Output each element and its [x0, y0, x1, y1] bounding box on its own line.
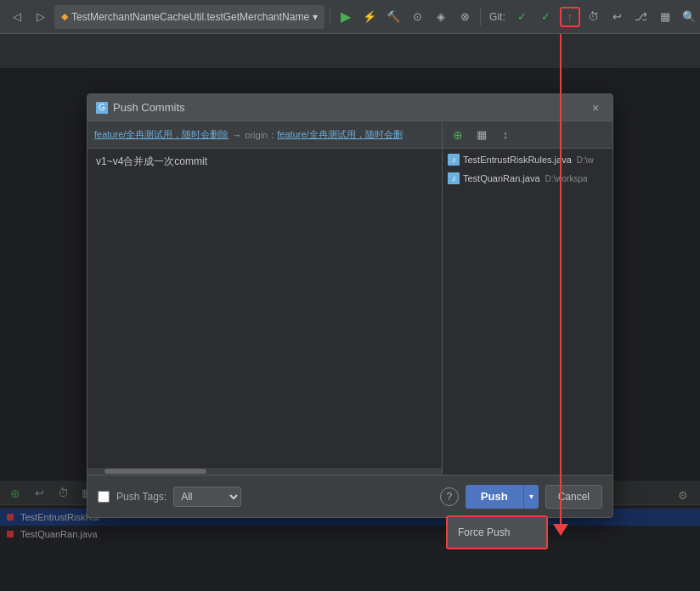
modal-overlay: G Push Commits × feature/全冉测试用，随时会删除 → o… — [0, 68, 700, 591]
force-push-button[interactable]: Force Push — [448, 521, 546, 544]
colon-separator: : — [271, 130, 274, 140]
background-area: ⊕ ↩ ⏱ ▦ R ⚙ TestEntrustRiskRul ... TestQ… — [0, 34, 700, 591]
run-button[interactable]: ▶ — [336, 7, 356, 27]
coverage-button[interactable]: ◈ — [431, 7, 451, 27]
push-dropdown-button[interactable]: ▾ — [523, 485, 539, 509]
git-branch-button[interactable]: ⎇ — [631, 7, 652, 27]
push-tags-checkbox[interactable] — [98, 491, 110, 503]
scrollbar-thumb[interactable] — [104, 469, 206, 474]
tab-dropdown-icon: ▾ — [313, 11, 318, 23]
dialog-title-bar: G Push Commits × — [88, 94, 612, 121]
push-tags-select[interactable]: All None Tagged — [173, 487, 241, 507]
java-file-icon: J — [448, 154, 460, 166]
git-checkmark-button[interactable]: ✓ — [512, 7, 533, 27]
horizontal-scrollbar[interactable] — [88, 468, 442, 475]
right-toolbar: ⊕ ▦ ↕ — [443, 121, 612, 149]
help-button[interactable]: ? — [440, 487, 459, 506]
separator-2 — [480, 8, 481, 25]
remote-label: origin — [245, 130, 268, 140]
separator-1 — [330, 8, 330, 25]
push-main-button[interactable]: Push — [466, 485, 523, 509]
commits-list: v1~v4合并成一次commit — [88, 149, 442, 468]
forward-button[interactable]: ▷ — [31, 7, 51, 27]
tab-label: TestMerchantNameCacheUtil.testGetMerchan… — [71, 11, 309, 23]
back-button[interactable]: ◁ — [7, 7, 27, 27]
push-tags-label: Push Tags: — [116, 491, 167, 503]
search-button[interactable]: 🔍 — [679, 7, 699, 27]
file-name: TestQuanRan.java — [463, 173, 540, 183]
branch-arrow: → — [232, 130, 241, 140]
file-item[interactable]: J TestEntrustRiskRules.java D:\w — [443, 150, 612, 169]
git-label: Git: — [486, 11, 509, 23]
right-tool-1[interactable]: ⊕ — [448, 125, 468, 145]
local-branch-link[interactable]: feature/全冉测试用，随时会删除 — [94, 128, 229, 141]
profile-button[interactable]: ⊙ — [407, 7, 427, 27]
force-push-popup: Force Push — [446, 515, 548, 549]
git-push-button[interactable]: ↑ — [560, 7, 580, 27]
remote-branch-link[interactable]: feature/全冉测试用，随时会删 — [277, 128, 402, 141]
right-tool-3[interactable]: ↕ — [495, 125, 516, 145]
file-path: D:\w — [577, 155, 594, 165]
dialog-icon: G — [96, 102, 108, 114]
right-tool-2[interactable]: ▦ — [471, 125, 492, 145]
push-button-group: Push ▾ — [466, 485, 539, 509]
commit-item[interactable]: v1~v4合并成一次commit — [88, 152, 442, 171]
active-tab[interactable]: ◆ TestMerchantNameCacheUtil.testGetMerch… — [54, 5, 325, 29]
run-config-button[interactable]: ⊗ — [454, 7, 475, 27]
cancel-button[interactable]: Cancel — [545, 485, 602, 509]
dialog-right-panel: ⊕ ▦ ↕ J TestEntrustRiskRules.java D:\w J… — [443, 121, 612, 475]
file-item[interactable]: J TestQuanRan.java D:\workspa — [443, 169, 612, 188]
main-toolbar: ◁ ▷ ◆ TestMerchantNameCacheUtil.testGetM… — [0, 0, 700, 34]
tab-file-icon: ◆ — [61, 11, 68, 22]
layout-button[interactable]: ▦ — [655, 7, 675, 27]
commit-message: v1~v4合并成一次commit — [96, 155, 207, 169]
file-name: TestEntrustRiskRules.java — [463, 155, 572, 165]
build-button[interactable]: 🔨 — [383, 7, 404, 27]
git-undo-button[interactable]: ↩ — [607, 7, 628, 27]
java-file-icon: J — [448, 172, 460, 184]
debug-button[interactable]: ⚡ — [359, 7, 380, 27]
changed-files-list: J TestEntrustRiskRules.java D:\w J TestQ… — [443, 149, 612, 475]
push-commits-dialog: G Push Commits × feature/全冉测试用，随时会删除 → o… — [87, 93, 613, 518]
dialog-close-button[interactable]: × — [587, 99, 604, 116]
git-history-button[interactable]: ⏱ — [584, 7, 604, 27]
dialog-footer: Push Tags: All None Tagged ? Push ▾ Canc… — [88, 475, 612, 517]
branch-selector: feature/全冉测试用，随时会删除 → origin : feature/全… — [88, 121, 442, 149]
dialog-left-panel: feature/全冉测试用，随时会删除 → origin : feature/全… — [88, 121, 443, 475]
dialog-title: Push Commits — [113, 101, 587, 114]
dialog-body: feature/全冉测试用，随时会删除 → origin : feature/全… — [88, 121, 612, 475]
file-path: D:\workspa — [545, 174, 588, 183]
git-check2-button[interactable]: ✓ — [536, 7, 556, 27]
